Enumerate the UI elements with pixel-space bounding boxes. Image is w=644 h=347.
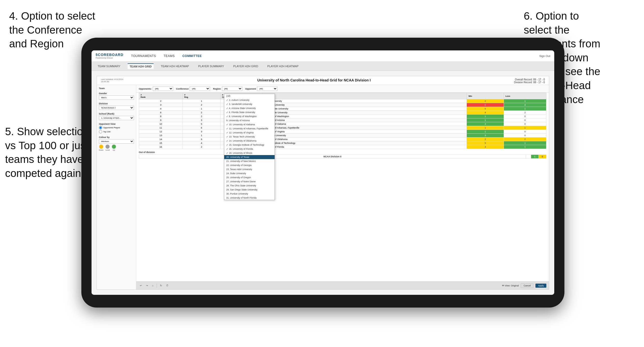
school-select[interactable]: 1. University of Nort... xyxy=(99,116,134,120)
cell-reg: 1 xyxy=(183,107,220,111)
refresh-btn[interactable]: ↻ xyxy=(159,284,163,287)
dropdown-item-25[interactable]: 25. University of Oregon xyxy=(224,175,275,179)
school-label: School (Rank) xyxy=(99,113,134,115)
dropdown-item-15[interactable]: 15. Georgia Institute of Technology xyxy=(224,143,275,147)
gender-select[interactable]: Men's xyxy=(99,95,134,100)
home-btn[interactable]: ⌂ xyxy=(151,284,155,287)
dropdown-item-6[interactable]: 6. Florida State University xyxy=(224,110,275,114)
tab-team-h2h-heatmap[interactable]: TEAM H2H HEATMAP xyxy=(159,64,191,69)
top100-radio[interactable] xyxy=(99,130,102,133)
dashboard-title: University of North Carolina Head-to-Hea… xyxy=(134,78,494,82)
cell-win: 1 xyxy=(467,126,504,130)
conference-filter-group: Conference (All) xyxy=(176,87,210,91)
table-row: 3 2 Vanderbilt University 0 4 xyxy=(139,103,546,107)
cell-win: 2 xyxy=(467,137,504,141)
nav-committee[interactable]: COMMITTEE xyxy=(182,54,202,58)
opponent-view-label: Opponent View xyxy=(99,123,134,125)
cell-rank: 12 xyxy=(139,130,183,134)
cell-win: 5 xyxy=(467,107,504,111)
cell-win: 4 xyxy=(467,111,504,115)
dropdown-item-30[interactable]: 30. Purdue University xyxy=(224,192,275,196)
colour-section: Colour by Win/loss Down xyxy=(99,136,134,151)
tab-team-h2h-grid[interactable]: TEAM H2H GRID xyxy=(128,63,154,69)
cell-reg: 1 xyxy=(183,134,220,137)
cell-opponent: Texas Tech University xyxy=(262,134,467,137)
division-select[interactable]: NCAA Division I xyxy=(99,106,134,110)
right-content-wrapper: Opponents: (All) Conference (All) xyxy=(136,85,549,289)
main-content: Last Updated: 4/11/2014 16:55:38 Univers… xyxy=(92,71,554,295)
dropdown-item-20[interactable]: 20. University of Texas xyxy=(224,155,275,159)
cell-opponent: University of Oklahoma xyxy=(262,137,467,141)
opponents-filter-label: Opponents: xyxy=(139,88,152,90)
dropdown-item-4[interactable]: 4. Arizona State University xyxy=(224,106,275,110)
conference-filter-label: Conference xyxy=(176,88,189,90)
dropdown-item-22[interactable]: 22. University of Georgia xyxy=(224,163,275,167)
cell-reg: 2 xyxy=(183,103,220,107)
undo-btn[interactable]: ↩ xyxy=(139,284,143,287)
opponent-dropdown-overlay: (All) 2. Auburn University 3. Vanderbilt… xyxy=(224,94,275,200)
dropdown-item-10[interactable]: 10. University of Alabama xyxy=(224,122,275,127)
col-rank: #Rank xyxy=(139,93,183,99)
table-header-row: #Rank #Reg #Conf Opponent Win Loss xyxy=(139,93,546,99)
nav-tournaments[interactable]: TOURNAMENTS xyxy=(131,54,156,58)
tab-team-summary[interactable]: TEAM SUMMARY xyxy=(96,64,123,69)
dropdown-item-13[interactable]: 13. Texas Tech University xyxy=(224,135,275,139)
cell-win: 1 xyxy=(467,115,504,118)
conference-filter-select[interactable]: (All) xyxy=(190,87,210,91)
cancel-button[interactable]: Cancel xyxy=(521,283,533,288)
colour-by-select[interactable]: Win/loss xyxy=(99,139,134,144)
tablet-screen: 5COREBOARD Powered by iCloud TOURNAMENTS… xyxy=(92,50,554,295)
dropdown-item-11[interactable]: 11. University of Arkansas, Fayetteville xyxy=(224,127,275,131)
opponent-filter-select[interactable]: (All) xyxy=(257,87,277,91)
tablet-frame: 5COREBOARD Powered by iCloud TOURNAMENTS… xyxy=(81,38,564,308)
nav-teams[interactable]: TEAMS xyxy=(164,54,175,58)
cell-opponent: Vanderbilt University xyxy=(262,103,467,107)
dropdown-item-14[interactable]: 14. University of Oklahoma xyxy=(224,139,275,143)
dropdown-item-21[interactable]: 21. University of New Mexico xyxy=(224,159,275,163)
dropdown-item-28[interactable]: 28. The Ohio State University xyxy=(224,184,275,188)
table-row: 10 5 University of Alabama 3 0 xyxy=(139,122,546,126)
table-body: 2 1 1 Auburn University 2 1 3 2 Vanderbi… xyxy=(139,99,546,149)
redo-btn[interactable]: ↪ xyxy=(145,284,149,287)
cell-reg: 5 xyxy=(183,122,220,126)
opponents-filter-select[interactable]: (All) xyxy=(153,87,173,91)
dropdown-item-all[interactable]: (All) xyxy=(224,94,275,98)
cell-reg: 6 xyxy=(183,126,220,130)
school-section: School (Rank) 1. University of Nort... xyxy=(99,113,134,120)
cell-reg: 1 xyxy=(183,99,220,103)
sign-out[interactable]: Sign Out xyxy=(539,54,550,58)
opponents-played-radio[interactable] xyxy=(99,126,102,129)
cell-loss: 0 xyxy=(504,122,546,126)
opponents-played-option[interactable]: Opponents Played xyxy=(99,126,134,129)
cell-opponent: University of Florida xyxy=(262,145,467,149)
tab-player-summary[interactable]: PLAYER SUMMARY xyxy=(196,64,226,69)
records: Overall Record: 89 - 17 - 0 Division Rec… xyxy=(494,78,545,84)
opponent-view-section: Opponent View Opponents Played Top 100 xyxy=(99,123,134,133)
dropdown-item-18[interactable]: 18. University of Illinois xyxy=(224,151,275,155)
dropdown-item-9[interactable]: 9. University of Arizona xyxy=(224,118,275,122)
dropdown-item-8[interactable]: 8. University of Washington xyxy=(224,114,275,118)
tab-player-h2h-grid[interactable]: PLAYER H2H GRID xyxy=(231,64,260,69)
region-filter-select[interactable]: (All) xyxy=(222,87,242,91)
dropdown-item-24[interactable]: 24. Duke University xyxy=(224,171,275,175)
dropdown-item-23[interactable]: 23. Texas A&M University xyxy=(224,167,275,171)
gender-section: Gender Men's xyxy=(99,92,134,100)
tab-player-h2h-heatmap[interactable]: PLAYER H2H HEATMAP xyxy=(265,64,301,69)
cell-rank: 15 xyxy=(139,141,183,145)
dropdown-item-3[interactable]: 3. Vanderbilt University xyxy=(224,102,275,106)
top100-option[interactable]: Top 100 xyxy=(99,130,134,133)
dropdown-item-31[interactable]: 31. University of North Florida xyxy=(224,196,275,200)
dropdown-item-2[interactable]: 2. Auburn University xyxy=(224,98,275,102)
dropdown-item-12[interactable]: 12. University of Virginia xyxy=(224,131,275,135)
cell-win: 3 xyxy=(467,145,504,149)
cell-reg: 2 xyxy=(183,115,220,118)
cell-rank: 8 xyxy=(139,115,183,118)
dropdown-item-27[interactable]: 27. University of Notre Dame xyxy=(224,179,275,184)
cell-rank: 16 xyxy=(139,145,183,149)
cell-rank: 4 xyxy=(139,107,183,111)
colour-down-label: Down xyxy=(99,149,103,151)
dropdown-item-16[interactable]: 16. University of Florida xyxy=(224,147,275,151)
apply-button[interactable]: Apply xyxy=(535,284,546,288)
dropdown-item-29[interactable]: 29. San Diego State University xyxy=(224,188,275,192)
clock-btn[interactable]: ⏱ xyxy=(165,284,170,287)
